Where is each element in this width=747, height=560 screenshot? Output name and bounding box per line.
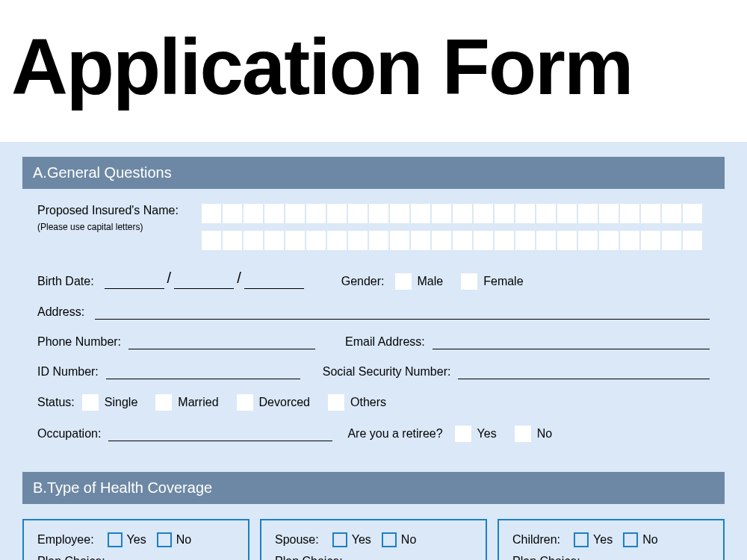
- status-married-label: Married: [178, 396, 218, 409]
- birth-date-label: Birth Date:: [37, 275, 94, 288]
- coverage-spouse-box: Spouse: Yes No Plan Choice:: [260, 519, 487, 560]
- gender-female-label: Female: [483, 275, 523, 288]
- employee-no-label: No: [176, 533, 191, 547]
- gender-male-checkbox[interactable]: [395, 273, 412, 290]
- gender-male-label: Male: [418, 275, 444, 288]
- address-label: Address:: [37, 305, 84, 319]
- status-divorced-label: Devorced: [259, 396, 310, 409]
- status-single-checkbox[interactable]: [82, 394, 99, 411]
- address-row: Address:: [37, 305, 710, 320]
- status-single-label: Single: [105, 396, 137, 409]
- name-label: Proposed Insured's Name:: [37, 204, 202, 217]
- spouse-yes-label: Yes: [352, 533, 371, 547]
- birth-date-field-1[interactable]: [105, 274, 164, 289]
- birth-date-field-2[interactable]: [174, 274, 234, 289]
- retiree-no-checkbox[interactable]: [515, 426, 531, 442]
- employee-yes-checkbox[interactable]: [108, 532, 123, 547]
- status-others-checkbox[interactable]: [328, 394, 344, 411]
- spouse-label: Spouse:: [275, 533, 319, 547]
- email-field[interactable]: [433, 335, 710, 349]
- ssn-label: Social Security Number:: [323, 365, 451, 379]
- phone-email-row: Phone Number: Email Address:: [37, 335, 710, 349]
- name-boxes-line2[interactable]: [202, 231, 710, 250]
- status-row: Status: Single Married Devorced Others: [37, 394, 710, 411]
- retiree-no-label: No: [537, 427, 552, 441]
- form-area: A.General Questions Proposed Insured's N…: [0, 142, 747, 560]
- date-slash-1: /: [164, 270, 175, 287]
- section-a-header: A.General Questions: [22, 157, 725, 189]
- id-ssn-row: ID Number: Social Security Number:: [37, 364, 710, 379]
- coverage-employee-box: Employee: Yes No Plan Choice:: [22, 519, 249, 560]
- section-b-header: B.Type of Health Coverage: [22, 472, 725, 504]
- status-label: Status:: [37, 396, 75, 409]
- id-field[interactable]: [106, 364, 300, 379]
- coverage-children-box: Children: Yes No Plan Choice:: [498, 519, 725, 560]
- id-label: ID Number:: [37, 365, 99, 379]
- status-others-label: Others: [350, 396, 386, 409]
- employee-yes-label: Yes: [127, 533, 146, 547]
- employee-plan-label: Plan Choice:: [37, 555, 105, 560]
- children-no-label: No: [642, 533, 657, 547]
- page-title: Application Form: [0, 0, 747, 142]
- name-hint: (Please use capital letters): [37, 222, 202, 232]
- gender-label: Gender:: [341, 275, 385, 288]
- email-label: Email Address:: [345, 335, 425, 349]
- spouse-yes-checkbox[interactable]: [332, 532, 347, 547]
- occupation-field[interactable]: [108, 426, 332, 441]
- retiree-yes-checkbox[interactable]: [455, 426, 471, 442]
- employee-label: Employee:: [37, 533, 94, 547]
- ssn-field[interactable]: [458, 364, 710, 379]
- spouse-no-label: No: [401, 533, 416, 547]
- spouse-plan-label: Plan Choice:: [275, 555, 343, 560]
- name-row: Proposed Insured's Name: (Please use cap…: [37, 204, 710, 250]
- section-a-body: Proposed Insured's Name: (Please use cap…: [22, 204, 725, 472]
- employee-no-checkbox[interactable]: [157, 532, 172, 547]
- children-plan-label: Plan Choice:: [512, 555, 580, 560]
- children-label: Children:: [512, 533, 560, 547]
- status-divorced-checkbox[interactable]: [237, 394, 253, 411]
- children-yes-label: Yes: [593, 533, 613, 547]
- retiree-label: Are you a retiree?: [347, 427, 442, 441]
- phone-field[interactable]: [128, 335, 315, 349]
- occupation-label: Occupation:: [37, 427, 101, 441]
- date-slash-2: /: [234, 270, 244, 287]
- occupation-retiree-row: Occupation: Are you a retiree? Yes No: [37, 426, 710, 442]
- spouse-no-checkbox[interactable]: [382, 532, 397, 547]
- phone-label: Phone Number:: [37, 335, 121, 349]
- birth-gender-row: Birth Date: / / Gender: Male Female: [37, 273, 710, 290]
- birth-date-field-3[interactable]: [244, 274, 304, 289]
- status-married-checkbox[interactable]: [155, 394, 172, 411]
- name-boxes-line1[interactable]: [202, 204, 710, 223]
- gender-female-checkbox[interactable]: [461, 273, 477, 290]
- retiree-yes-label: Yes: [477, 427, 497, 441]
- children-no-checkbox[interactable]: [623, 532, 638, 547]
- coverage-boxes: Employee: Yes No Plan Choice: Spouse: Ye…: [22, 519, 725, 560]
- children-yes-checkbox[interactable]: [574, 532, 589, 547]
- address-field[interactable]: [95, 305, 710, 320]
